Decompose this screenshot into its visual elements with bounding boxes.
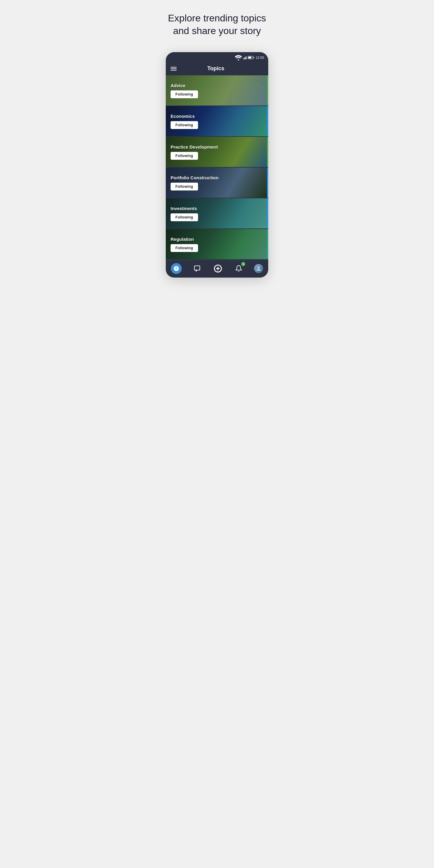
topic-name-practice: Practice Development bbox=[170, 144, 264, 150]
topic-card-regulation[interactable]: RegulationFollowing bbox=[166, 229, 268, 259]
topic-name-economics: Economics bbox=[170, 114, 264, 119]
following-button-investments[interactable]: Following bbox=[170, 213, 198, 221]
svg-rect-2 bbox=[194, 266, 200, 270]
wifi-icon bbox=[235, 54, 242, 61]
following-button-practice[interactable]: Following bbox=[170, 152, 198, 160]
status-bar: 12:00 bbox=[166, 52, 268, 62]
topic-name-advice: Advice bbox=[170, 83, 264, 88]
nav-chat[interactable] bbox=[192, 263, 203, 274]
bottom-nav: 1 bbox=[166, 260, 268, 278]
topic-card-advice[interactable]: AdviceFollowing bbox=[166, 75, 268, 105]
nav-home[interactable] bbox=[171, 263, 182, 274]
topic-card-investments[interactable]: InvestmentsFollowing bbox=[166, 198, 268, 228]
add-icon bbox=[214, 264, 222, 273]
svg-point-6 bbox=[258, 267, 260, 269]
app-header: Topics bbox=[166, 62, 268, 75]
menu-button[interactable] bbox=[170, 67, 177, 70]
status-time: 12:00 bbox=[255, 56, 264, 59]
phone-mockup: 12:00 Topics AdviceFollowingEconomicsFol… bbox=[166, 52, 268, 278]
following-button-regulation[interactable]: Following bbox=[170, 244, 198, 252]
phone-screen: 12:00 Topics AdviceFollowingEconomicsFol… bbox=[166, 52, 268, 278]
page-headline: Explore trending topicsand share your st… bbox=[162, 12, 272, 37]
following-button-advice[interactable]: Following bbox=[170, 90, 198, 98]
topic-name-portfolio: Portfolio Construction bbox=[170, 175, 264, 180]
following-button-economics[interactable]: Following bbox=[170, 121, 198, 129]
topic-name-investments: Investments bbox=[170, 206, 264, 211]
following-button-portfolio[interactable]: Following bbox=[170, 183, 198, 190]
nav-notifications[interactable]: 1 bbox=[233, 263, 244, 274]
notification-badge: 1 bbox=[241, 262, 245, 266]
topic-card-portfolio[interactable]: Portfolio ConstructionFollowing bbox=[166, 167, 268, 198]
status-icons: 12:00 bbox=[235, 54, 264, 61]
topics-list: AdviceFollowingEconomicsFollowingPractic… bbox=[166, 75, 268, 260]
topic-card-economics[interactable]: EconomicsFollowing bbox=[166, 106, 268, 136]
nav-add[interactable] bbox=[213, 263, 223, 274]
nav-profile[interactable] bbox=[254, 264, 263, 273]
bell-icon bbox=[235, 265, 242, 272]
topic-card-practice[interactable]: Practice DevelopmentFollowing bbox=[166, 137, 268, 167]
page-wrapper: Explore trending topicsand share your st… bbox=[158, 12, 276, 278]
signal-icon bbox=[243, 56, 247, 59]
avatar bbox=[254, 264, 263, 273]
chat-icon bbox=[193, 265, 201, 272]
svg-point-0 bbox=[238, 59, 239, 61]
topic-name-regulation: Regulation bbox=[170, 237, 264, 242]
home-icon bbox=[173, 266, 179, 272]
header-title: Topics bbox=[177, 65, 255, 72]
battery-icon bbox=[248, 56, 253, 59]
